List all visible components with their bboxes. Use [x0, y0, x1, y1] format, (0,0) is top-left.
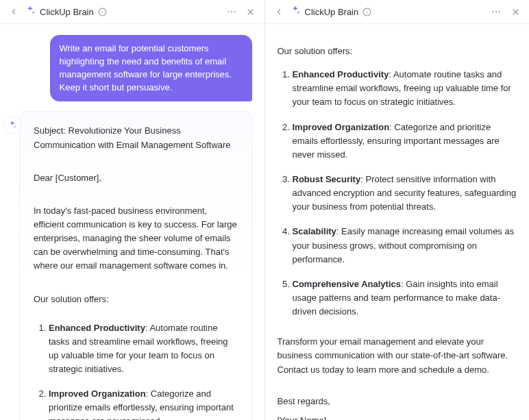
list-item: Enhanced Productivity: Automate routine … [49, 321, 238, 377]
close-icon[interactable] [244, 5, 258, 18]
reply-list: Enhanced Productivity: Automate routine … [278, 68, 517, 319]
brain-sparkle-icon [290, 5, 301, 18]
info-icon[interactable] [362, 8, 371, 16]
reply-outro: Transform your email management and elev… [278, 335, 517, 376]
reply-subject: Subject: Revolutionize Your Business Com… [34, 124, 238, 151]
user-prompt-bubble: Write an email for potential customers h… [50, 35, 252, 101]
close-icon[interactable] [508, 5, 522, 18]
reply-lead: Our solution offers: [278, 45, 517, 58]
left-titlebar: ClickUp Brain [0, 0, 264, 24]
left-panel: ClickUp Brain Write an email for potenti… [0, 0, 265, 420]
reply-brain-icon [3, 116, 21, 134]
list-item: Comprehensive Analytics: Gain insights i… [293, 277, 517, 319]
more-icon[interactable] [225, 5, 238, 18]
left-title: ClickUp Brain [40, 7, 94, 17]
reply-greeting: Dear [Customer], [34, 171, 238, 185]
list-item: Scalability: Easily manage increasing em… [293, 225, 517, 266]
svg-point-5 [234, 11, 235, 12]
list-item: Improved Organization: Categorize and pr… [49, 387, 238, 420]
left-content-scroll[interactable]: Write an email for potential customers h… [0, 24, 264, 420]
svg-point-13 [499, 11, 500, 12]
reply-intro: In today's fast-paced business environme… [34, 204, 238, 273]
brain-sparkle-icon [25, 5, 36, 18]
svg-point-12 [495, 11, 497, 12]
reply-lead: Our solution offers: [34, 293, 238, 306]
back-icon[interactable] [7, 5, 21, 18]
svg-point-11 [492, 11, 493, 12]
info-icon[interactable] [98, 8, 107, 16]
right-panel: ClickUp Brain Our solution offers: Enhan… [265, 0, 530, 420]
ai-reply-card: Subject: Revolutionize Your Business Com… [19, 111, 252, 420]
list-item: Robust Security: Protect sensitive infor… [293, 173, 517, 214]
back-icon[interactable] [272, 5, 286, 18]
more-icon[interactable] [489, 5, 503, 18]
right-content-scroll[interactable]: Our solution offers: Enhanced Productivi… [265, 24, 530, 420]
right-titlebar: ClickUp Brain [265, 0, 530, 24]
right-title: ClickUp Brain [305, 7, 359, 17]
svg-point-3 [227, 11, 229, 12]
list-item: Enhanced Productivity: Automate routine … [293, 68, 517, 109]
list-item: Improved Organization: Categorize and pr… [293, 121, 517, 162]
signature-block: Best regards, [Your Name] [Your Position… [278, 395, 517, 420]
reply-list: Enhanced Productivity: Automate routine … [34, 321, 238, 420]
svg-point-4 [230, 11, 232, 12]
